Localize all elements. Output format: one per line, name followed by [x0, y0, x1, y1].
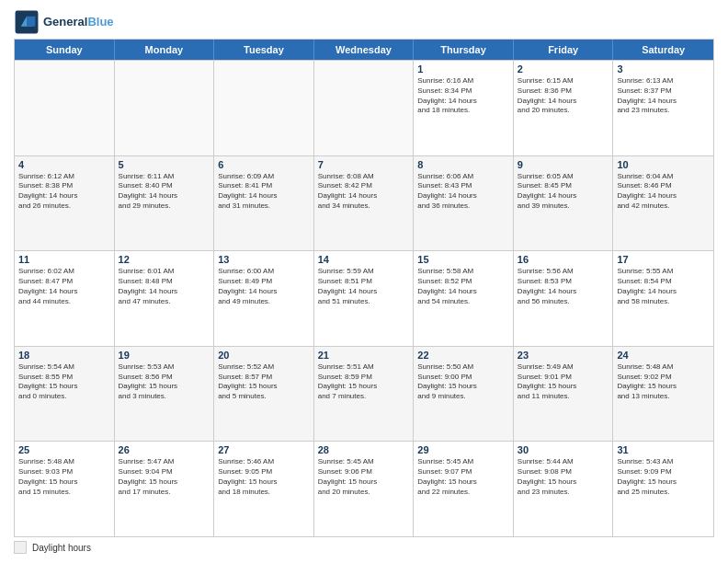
day-number: 16: [518, 254, 609, 265]
day-number: 24: [617, 350, 710, 361]
cell-info: Sunrise: 5:48 AM Sunset: 9:02 PM Dayligh…: [617, 362, 710, 402]
cell-info: Sunrise: 6:13 AM Sunset: 8:37 PM Dayligh…: [617, 76, 710, 116]
calendar-cell: 26Sunrise: 5:47 AM Sunset: 9:04 PM Dayli…: [115, 442, 215, 536]
cell-info: Sunrise: 5:49 AM Sunset: 9:01 PM Dayligh…: [518, 362, 609, 402]
calendar-cell: 10Sunrise: 6:04 AM Sunset: 8:46 PM Dayli…: [613, 156, 713, 251]
calendar-header-cell: Wednesday: [314, 40, 415, 60]
calendar-header-cell: Tuesday: [214, 40, 314, 60]
calendar-cell: 5Sunrise: 6:11 AM Sunset: 8:40 PM Daylig…: [115, 156, 215, 251]
calendar-cell: 23Sunrise: 5:49 AM Sunset: 9:01 PM Dayli…: [514, 347, 614, 442]
cell-info: Sunrise: 6:12 AM Sunset: 8:38 PM Dayligh…: [18, 172, 110, 212]
page: GeneralBlue SundayMondayTuesdayWednesday…: [0, 0, 728, 563]
cell-info: Sunrise: 6:16 AM Sunset: 8:34 PM Dayligh…: [417, 76, 509, 116]
svg-marker-2: [27, 17, 35, 27]
calendar-cell: 15Sunrise: 5:58 AM Sunset: 8:52 PM Dayli…: [414, 251, 514, 346]
calendar-row: 4Sunrise: 6:12 AM Sunset: 8:38 PM Daylig…: [15, 155, 713, 251]
cell-info: Sunrise: 5:55 AM Sunset: 8:54 PM Dayligh…: [617, 267, 710, 306]
day-number: 8: [417, 159, 509, 170]
legend-box: [14, 541, 27, 554]
day-number: 18: [18, 350, 110, 361]
day-number: 7: [318, 159, 410, 170]
calendar-cell: 28Sunrise: 5:45 AM Sunset: 9:06 PM Dayli…: [314, 442, 415, 536]
legend-label: Daylight hours: [32, 543, 91, 553]
calendar-cell: 31Sunrise: 5:43 AM Sunset: 9:09 PM Dayli…: [613, 442, 713, 536]
cell-info: Sunrise: 5:54 AM Sunset: 8:55 PM Dayligh…: [18, 362, 110, 402]
day-number: 26: [119, 444, 210, 455]
calendar-cell: 29Sunrise: 5:45 AM Sunset: 9:07 PM Dayli…: [414, 442, 514, 536]
calendar-cell: 4Sunrise: 6:12 AM Sunset: 8:38 PM Daylig…: [15, 156, 115, 251]
calendar-cell: [214, 61, 314, 155]
day-number: 6: [218, 159, 310, 170]
calendar-cell: [115, 61, 215, 155]
calendar-cell: 12Sunrise: 6:01 AM Sunset: 8:48 PM Dayli…: [115, 251, 215, 346]
cell-info: Sunrise: 5:56 AM Sunset: 8:53 PM Dayligh…: [518, 267, 609, 306]
cell-info: Sunrise: 5:46 AM Sunset: 9:05 PM Dayligh…: [218, 457, 310, 497]
day-number: 13: [218, 254, 310, 265]
cell-info: Sunrise: 5:48 AM Sunset: 9:03 PM Dayligh…: [18, 457, 110, 497]
calendar-header-cell: Friday: [514, 40, 614, 60]
calendar-cell: 6Sunrise: 6:09 AM Sunset: 8:41 PM Daylig…: [214, 156, 314, 251]
calendar-cell: 9Sunrise: 6:05 AM Sunset: 8:45 PM Daylig…: [514, 156, 614, 251]
cell-info: Sunrise: 6:00 AM Sunset: 8:49 PM Dayligh…: [218, 267, 310, 306]
cell-info: Sunrise: 5:53 AM Sunset: 8:56 PM Dayligh…: [119, 362, 210, 402]
day-number: 1: [417, 63, 509, 75]
day-number: 12: [119, 254, 210, 265]
day-number: 2: [518, 63, 609, 75]
day-number: 27: [218, 444, 310, 455]
day-number: 28: [318, 444, 410, 455]
calendar-cell: 8Sunrise: 6:06 AM Sunset: 8:43 PM Daylig…: [414, 156, 514, 251]
cell-info: Sunrise: 6:02 AM Sunset: 8:47 PM Dayligh…: [18, 267, 110, 306]
cell-info: Sunrise: 5:45 AM Sunset: 9:06 PM Dayligh…: [318, 457, 410, 497]
day-number: 31: [617, 444, 710, 455]
day-number: 19: [119, 350, 210, 361]
calendar-header-cell: Sunday: [15, 40, 115, 60]
day-number: 29: [417, 444, 509, 455]
cell-info: Sunrise: 5:58 AM Sunset: 8:52 PM Dayligh…: [417, 267, 509, 306]
day-number: 15: [417, 254, 509, 265]
calendar-cell: 25Sunrise: 5:48 AM Sunset: 9:03 PM Dayli…: [15, 442, 115, 536]
day-number: 23: [518, 350, 609, 361]
day-number: 30: [518, 444, 609, 455]
calendar-cell: 27Sunrise: 5:46 AM Sunset: 9:05 PM Dayli…: [214, 442, 314, 536]
calendar-cell: 11Sunrise: 6:02 AM Sunset: 8:47 PM Dayli…: [15, 251, 115, 346]
calendar-row: 25Sunrise: 5:48 AM Sunset: 9:03 PM Dayli…: [15, 441, 713, 536]
calendar-cell: 22Sunrise: 5:50 AM Sunset: 9:00 PM Dayli…: [414, 347, 514, 442]
calendar-cell: 7Sunrise: 6:08 AM Sunset: 8:42 PM Daylig…: [314, 156, 415, 251]
day-number: 21: [318, 350, 410, 361]
day-number: 9: [518, 159, 609, 170]
day-number: 4: [18, 159, 110, 170]
calendar-cell: 18Sunrise: 5:54 AM Sunset: 8:55 PM Dayli…: [15, 347, 115, 442]
calendar-row: 1Sunrise: 6:16 AM Sunset: 8:34 PM Daylig…: [15, 60, 713, 155]
cell-info: Sunrise: 5:51 AM Sunset: 8:59 PM Dayligh…: [318, 362, 410, 402]
calendar-cell: 16Sunrise: 5:56 AM Sunset: 8:53 PM Dayli…: [514, 251, 614, 346]
cell-info: Sunrise: 6:15 AM Sunset: 8:36 PM Dayligh…: [518, 76, 609, 116]
calendar-header-cell: Monday: [115, 40, 215, 60]
cell-info: Sunrise: 5:50 AM Sunset: 9:00 PM Dayligh…: [417, 362, 509, 402]
cell-info: Sunrise: 6:04 AM Sunset: 8:46 PM Dayligh…: [617, 172, 710, 212]
calendar-cell: 1Sunrise: 6:16 AM Sunset: 8:34 PM Daylig…: [414, 61, 514, 155]
cell-info: Sunrise: 5:43 AM Sunset: 9:09 PM Dayligh…: [617, 457, 710, 497]
calendar-row: 18Sunrise: 5:54 AM Sunset: 8:55 PM Dayli…: [15, 346, 713, 442]
calendar-cell: 30Sunrise: 5:44 AM Sunset: 9:08 PM Dayli…: [514, 442, 614, 536]
cell-info: Sunrise: 6:01 AM Sunset: 8:48 PM Dayligh…: [119, 267, 210, 306]
calendar-cell: 20Sunrise: 5:52 AM Sunset: 8:57 PM Dayli…: [214, 347, 314, 442]
day-number: 11: [18, 254, 110, 265]
calendar-cell: 17Sunrise: 5:55 AM Sunset: 8:54 PM Dayli…: [613, 251, 713, 346]
calendar-header-cell: Thursday: [414, 40, 514, 60]
day-number: 14: [318, 254, 410, 265]
calendar-header: SundayMondayTuesdayWednesdayThursdayFrid…: [15, 40, 713, 60]
cell-info: Sunrise: 5:47 AM Sunset: 9:04 PM Dayligh…: [119, 457, 210, 497]
cell-info: Sunrise: 5:44 AM Sunset: 9:08 PM Dayligh…: [518, 457, 609, 497]
calendar-cell: 19Sunrise: 5:53 AM Sunset: 8:56 PM Dayli…: [115, 347, 215, 442]
calendar-row: 11Sunrise: 6:02 AM Sunset: 8:47 PM Dayli…: [15, 250, 713, 346]
calendar-cell: [15, 61, 115, 155]
calendar-body: 1Sunrise: 6:16 AM Sunset: 8:34 PM Daylig…: [15, 60, 713, 536]
calendar-cell: 2Sunrise: 6:15 AM Sunset: 8:36 PM Daylig…: [514, 61, 614, 155]
calendar-cell: 13Sunrise: 6:00 AM Sunset: 8:49 PM Dayli…: [214, 251, 314, 346]
calendar-cell: 21Sunrise: 5:51 AM Sunset: 8:59 PM Dayli…: [314, 347, 415, 442]
cell-info: Sunrise: 5:59 AM Sunset: 8:51 PM Dayligh…: [318, 267, 410, 306]
day-number: 17: [617, 254, 710, 265]
cell-info: Sunrise: 6:09 AM Sunset: 8:41 PM Dayligh…: [218, 172, 310, 212]
calendar-cell: 24Sunrise: 5:48 AM Sunset: 9:02 PM Dayli…: [613, 347, 713, 442]
cell-info: Sunrise: 6:05 AM Sunset: 8:45 PM Dayligh…: [518, 172, 609, 212]
